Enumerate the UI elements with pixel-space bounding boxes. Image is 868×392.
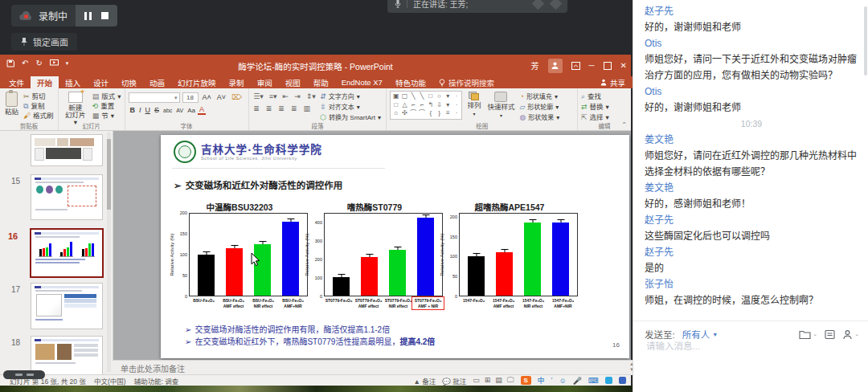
clear-format-button[interactable]: ⌦ <box>230 93 244 102</box>
shape-outline-button[interactable]: ▱形状轮廓 ▾ <box>519 103 559 112</box>
tab-view[interactable]: 视图 <box>279 76 307 88</box>
group-slides: 新建幻灯片 ▾ ▤版式 ▾ ⟲重置 ▦节 ▾ 幻灯片 <box>59 88 125 130</box>
font-size-select[interactable]: 18 <box>182 92 199 103</box>
lock-screen-button[interactable]: 锁定画面 <box>11 33 77 51</box>
punctuation-icon[interactable]: ʼ <box>551 377 553 385</box>
close-button[interactable]: ✕ <box>620 61 627 70</box>
thumbnail-slide-15[interactable] <box>31 174 103 220</box>
tab-insert[interactable]: 插入 <box>59 76 87 88</box>
skin-icon[interactable] <box>619 377 626 384</box>
slide-sorter-icon[interactable]: ⊞ <box>485 376 491 385</box>
change-case-button[interactable]: Aa <box>186 106 197 115</box>
member-button[interactable]: ⌄ <box>842 329 859 340</box>
reading-view-icon[interactable]: ▤ <box>495 376 502 385</box>
text-shadow-button[interactable]: abc <box>162 106 174 115</box>
italic-button[interactable]: I <box>137 106 143 115</box>
align-left-button[interactable]: ≣ <box>252 104 261 113</box>
tab-special[interactable]: 特色功能 <box>389 76 432 88</box>
bullets-button[interactable]: ☰▾ <box>252 92 265 101</box>
reset-button[interactable]: ⟲重置 <box>92 102 121 111</box>
send-to-dropdown[interactable]: 所有人▼ <box>682 328 718 341</box>
tab-review[interactable]: 审阅 <box>251 76 279 88</box>
paste-button[interactable]: 粘贴 <box>3 91 20 116</box>
thumbnail-slide-18[interactable] <box>31 336 103 374</box>
minimize-button[interactable]: ─ <box>589 61 595 70</box>
notes-pane[interactable]: 单击此处添加备注 ▲▼ <box>113 360 639 375</box>
tell-me-search[interactable]: 操作说明搜索 <box>432 76 501 88</box>
outdent-button[interactable]: ⇤ <box>281 92 290 101</box>
tab-help[interactable]: 帮助 <box>307 76 335 88</box>
user-name: 芳 <box>531 59 539 71</box>
tab-record[interactable]: 录制 <box>223 76 251 88</box>
thumbnail-scrollbar[interactable] <box>107 133 111 372</box>
font-color-button[interactable]: A <box>198 106 206 115</box>
toolbox-icon[interactable] <box>605 377 612 384</box>
line-spacing-button[interactable]: ⇕▾ <box>305 92 317 101</box>
section-icon: ▦ <box>92 112 100 120</box>
align-center-button[interactable]: ≣ <box>264 104 273 113</box>
thumbnail-slide-16-current[interactable] <box>30 228 104 278</box>
char-spacing-button[interactable]: AV <box>174 106 185 115</box>
align-text-button[interactable]: ⇳对齐文本 ▾ <box>320 103 381 112</box>
shape-fill-button[interactable]: ◔形状填充 ▾ <box>519 92 559 101</box>
bold-button[interactable]: B <box>129 106 137 115</box>
thumbnail-slide-14[interactable] <box>31 134 103 166</box>
tab-slideshow[interactable]: 幻灯片放映 <box>171 76 223 88</box>
cut-button[interactable]: ✂剪切 <box>23 92 54 101</box>
tab-file[interactable]: 文件 <box>2 76 31 88</box>
numbering-button[interactable]: ≡▾ <box>268 92 278 101</box>
tab-transitions[interactable]: 切换 <box>115 76 143 88</box>
annotation-toolbar-pill[interactable] <box>3 370 45 379</box>
ribbon-display-options-icon[interactable] <box>571 62 580 70</box>
accessibility-status[interactable]: 辅助功能: 调查 <box>134 376 179 386</box>
stop-button[interactable] <box>101 12 108 19</box>
notes-toggle[interactable]: ▲ 备注 <box>414 376 436 386</box>
columns-button[interactable]: ▥ <box>302 104 312 113</box>
align-right-button[interactable]: ≣ <box>277 104 286 113</box>
replace-button[interactable]: ⇄替换 ▾ <box>581 103 609 112</box>
language-indicator[interactable]: 中文(中国) <box>94 376 126 386</box>
normal-view-icon[interactable]: ▭ <box>473 376 480 385</box>
chinese-mode-icon[interactable]: 中 <box>538 375 545 386</box>
format-painter-button[interactable]: 🖌格式刷 <box>23 112 54 120</box>
quick-styles-button[interactable]: 快速样式▾ <box>485 91 516 120</box>
justify-button[interactable]: ≣ <box>289 104 298 113</box>
copy-button[interactable]: ⧉复制 <box>23 102 54 111</box>
slide[interactable]: 吉林大学·生命科学学院 School of Life Sciences, Jil… <box>161 135 629 358</box>
mic-input-icon[interactable]: 🎤 <box>573 377 582 385</box>
shapes-gallery[interactable]: ▣▢╲╲□○▾· □△⌐⌐↰⇩▾· ⌂✣⌒⌒{}≡· <box>390 91 462 120</box>
chat-scrollbar[interactable] <box>864 6 867 76</box>
underline-button[interactable]: U <box>144 106 153 115</box>
announcement-button[interactable] <box>825 329 835 340</box>
chart-xlabel: BSU-Fe₃O₄AMF effect <box>219 298 248 308</box>
find-button[interactable]: ⌕查找 <box>581 92 609 101</box>
layout-button[interactable]: ▤版式 ▾ <box>92 92 121 101</box>
restore-button[interactable] <box>604 62 612 70</box>
tab-design[interactable]: 设计 <box>87 76 115 88</box>
pause-button[interactable] <box>84 12 92 20</box>
font-name-select[interactable]: ▾ <box>129 92 180 103</box>
sogou-ime-icon[interactable]: S <box>521 376 531 385</box>
file-send-button[interactable]: ⌄ <box>799 329 817 340</box>
tab-endnote[interactable]: EndNote X7 <box>335 76 389 88</box>
slideshow-view-icon[interactable]: 🖵 <box>507 376 514 385</box>
comments-toggle[interactable]: 💬 批注 <box>442 376 466 386</box>
chat-message: 师姐您好，请问在近红外调控的那几种光热材料中选择金材料的依据有哪些呢？ <box>645 148 858 180</box>
emoji-icon[interactable]: ☺ <box>559 377 567 385</box>
grow-font-button[interactable]: A˄ <box>201 93 213 102</box>
share-button[interactable]: 共享 <box>592 76 633 88</box>
indent-button[interactable]: ⇥ <box>293 92 302 101</box>
section-button[interactable]: ▦节 ▾ <box>92 112 121 120</box>
chart-ape1547: 超嗜热酶APE1547Relative Activity (%)05010015… <box>441 201 578 323</box>
thumbnail-slide-17[interactable] <box>31 283 103 329</box>
arrange-button[interactable]: 排列▾ <box>465 91 482 119</box>
tab-animations[interactable]: 动画 <box>143 76 171 88</box>
collapse-ribbon-icon[interactable]: ⌃ <box>621 121 627 129</box>
shrink-font-button[interactable]: A˅ <box>215 93 227 102</box>
tab-home[interactable]: 开始 <box>31 76 59 88</box>
keyboard-icon[interactable]: ⌨ <box>588 377 599 385</box>
strikethrough-button[interactable]: S <box>153 106 161 115</box>
avatar[interactable] <box>548 59 563 73</box>
chat-input[interactable] <box>645 341 857 352</box>
text-direction-button[interactable]: ⇵文字方向 ▾ <box>320 92 381 101</box>
